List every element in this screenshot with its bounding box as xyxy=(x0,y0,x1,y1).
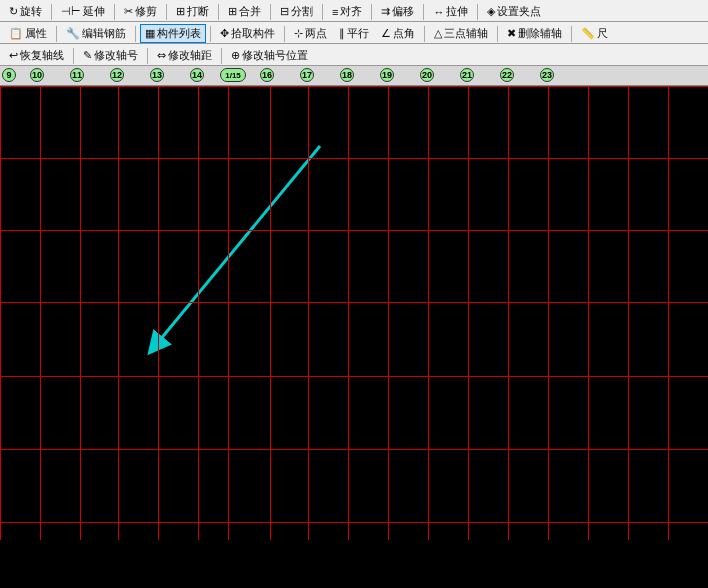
toolbar-row3: ↩ 恢复轴线 ✎ 修改轴号 ⇔ 修改轴距 ⊕ 修改轴号位置 xyxy=(0,44,708,66)
merge-btn[interactable]: ⊞ 合并 xyxy=(223,2,266,21)
ruler-tick: 1/15 xyxy=(220,68,246,82)
ruler-tick: 20 xyxy=(420,68,434,82)
align-btn[interactable]: ≡ 对齐 xyxy=(327,2,367,21)
ruler-tick: 13 xyxy=(150,68,164,82)
grid-vline xyxy=(548,86,549,540)
pick-part-btn[interactable]: ✥ 拾取构件 xyxy=(215,24,280,43)
ruler-tick: 22 xyxy=(500,68,514,82)
sep10 xyxy=(56,26,57,42)
ruler: 910111213141/151617181920212223 xyxy=(0,66,708,86)
ruler-tick: 18 xyxy=(340,68,354,82)
grid-hline xyxy=(0,86,708,87)
ruler-tick: 21 xyxy=(460,68,474,82)
modify-axis-dist-btn[interactable]: ⇔ 修改轴距 xyxy=(152,46,217,65)
column-list-btn[interactable]: ▦ 构件列表 xyxy=(140,24,206,43)
properties-btn[interactable]: 📋 属性 xyxy=(4,24,52,43)
del-aux-btn[interactable]: ✖ 删除辅轴 xyxy=(502,24,567,43)
ruler-btn[interactable]: 📏 尺 xyxy=(576,24,613,43)
grid-vline xyxy=(198,86,199,540)
grid-vline xyxy=(228,86,229,540)
grid-vline xyxy=(588,86,589,540)
ruler-tick: 23 xyxy=(540,68,554,82)
three-point-btn[interactable]: △ 三点辅轴 xyxy=(429,24,493,43)
ruler-tick: 17 xyxy=(300,68,314,82)
sep11 xyxy=(135,26,136,42)
ruler-tick: 19 xyxy=(380,68,394,82)
modify-axis-num-btn[interactable]: ✎ 修改轴号 xyxy=(78,46,143,65)
trim-btn[interactable]: ✂ 修剪 xyxy=(119,2,162,21)
grid-vline xyxy=(668,86,669,540)
grid-hline xyxy=(0,302,708,303)
grid-vline xyxy=(118,86,119,540)
stretch-btn[interactable]: ↔ 拉伸 xyxy=(428,2,473,21)
ruler-tick: 16 xyxy=(260,68,274,82)
sep4 xyxy=(218,4,219,20)
point-angle-btn[interactable]: ∠ 点角 xyxy=(376,24,420,43)
sep14 xyxy=(424,26,425,42)
grid-vline xyxy=(0,86,1,540)
setpoint-btn[interactable]: ◈ 设置夹点 xyxy=(482,2,546,21)
sep8 xyxy=(423,4,424,20)
edit-rebar-btn[interactable]: 🔧 编辑钢筋 xyxy=(61,24,131,43)
grid-hline xyxy=(0,230,708,231)
grid-hline xyxy=(0,449,708,450)
sep17 xyxy=(73,48,74,64)
sep5 xyxy=(270,4,271,20)
sep15 xyxy=(497,26,498,42)
extend-btn[interactable]: ⊣⊢ 延伸 xyxy=(56,2,110,21)
grid-vline xyxy=(80,86,81,540)
modify-axis-pos-btn[interactable]: ⊕ 修改轴号位置 xyxy=(226,46,313,65)
grid-vline xyxy=(308,86,309,540)
sep6 xyxy=(322,4,323,20)
rotate-btn[interactable]: ↻ 旋转 xyxy=(4,2,47,21)
cyan-arrow xyxy=(155,146,320,346)
sep18 xyxy=(147,48,148,64)
sep7 xyxy=(371,4,372,20)
grid-canvas xyxy=(0,86,708,540)
restore-axis-btn[interactable]: ↩ 恢复轴线 xyxy=(4,46,69,65)
grid-vline xyxy=(508,86,509,540)
sep2 xyxy=(114,4,115,20)
arrow-overlay xyxy=(0,86,708,540)
grid-vline xyxy=(270,86,271,540)
grid-vline xyxy=(348,86,349,540)
grid-vline xyxy=(158,86,159,540)
sep19 xyxy=(221,48,222,64)
sep13 xyxy=(284,26,285,42)
grid-hline xyxy=(0,522,708,523)
ruler-tick: 12 xyxy=(110,68,124,82)
grid-vline xyxy=(628,86,629,540)
sep9 xyxy=(477,4,478,20)
offset-btn[interactable]: ⇉ 偏移 xyxy=(376,2,419,21)
split-btn[interactable]: ⊟ 分割 xyxy=(275,2,318,21)
grid-hline xyxy=(0,376,708,377)
parallel-btn[interactable]: ∥ 平行 xyxy=(334,24,374,43)
sep12 xyxy=(210,26,211,42)
sep16 xyxy=(571,26,572,42)
sep1 xyxy=(51,4,52,20)
two-point-btn[interactable]: ⊹ 两点 xyxy=(289,24,332,43)
ruler-tick: 9 xyxy=(2,68,16,82)
break-btn[interactable]: ⊞ 打断 xyxy=(171,2,214,21)
grid-vline xyxy=(388,86,389,540)
sep3 xyxy=(166,4,167,20)
grid-vline xyxy=(40,86,41,540)
grid-vline xyxy=(468,86,469,540)
toolbar-row1: ↻ 旋转 ⊣⊢ 延伸 ✂ 修剪 ⊞ 打断 ⊞ 合并 ⊟ 分割 ≡ 对齐 ⇉ 偏移… xyxy=(0,0,708,22)
grid-hline xyxy=(0,158,708,159)
ruler-tick: 11 xyxy=(70,68,84,82)
ruler-tick: 10 xyxy=(30,68,44,82)
grid-vline xyxy=(428,86,429,540)
ruler-tick: 14 xyxy=(190,68,204,82)
toolbar-row2: 📋 属性 🔧 编辑钢筋 ▦ 构件列表 ✥ 拾取构件 ⊹ 两点 ∥ 平行 ∠ 点角… xyxy=(0,22,708,44)
